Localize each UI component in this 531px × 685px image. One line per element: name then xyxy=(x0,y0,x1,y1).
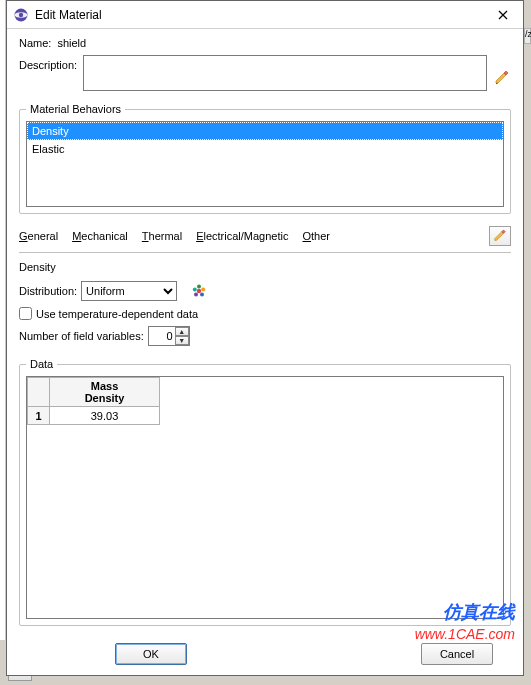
description-row: Description: xyxy=(19,55,511,91)
menu-thermal[interactable]: Thermal xyxy=(142,230,182,242)
svg-point-2 xyxy=(19,12,23,16)
titlebar: Edit Material xyxy=(7,1,523,29)
scalar-field-icon[interactable] xyxy=(191,283,207,299)
edit-description-button[interactable] xyxy=(493,69,511,87)
behaviors-list[interactable]: Density Elastic xyxy=(26,121,504,207)
table-corner xyxy=(28,378,50,407)
ok-button[interactable]: OK xyxy=(115,643,187,665)
distribution-row: Distribution: Uniform xyxy=(19,281,511,301)
distribution-label: Distribution: xyxy=(19,285,77,297)
menu-general[interactable]: General xyxy=(19,230,58,242)
svg-point-8 xyxy=(193,288,197,292)
dialog-content: Name: shield Description: Material Behav… xyxy=(7,29,523,634)
svg-point-6 xyxy=(200,293,204,297)
use-temperature-checkbox[interactable] xyxy=(19,307,32,320)
behavior-menubar: General Mechanical Thermal Electrical/Ma… xyxy=(19,222,511,253)
material-behaviors-group: Material Behaviors Density Elastic xyxy=(19,103,511,214)
row-index: 1 xyxy=(28,407,50,425)
menu-other[interactable]: Other xyxy=(302,230,330,242)
app-icon xyxy=(13,7,29,23)
material-behaviors-legend: Material Behaviors xyxy=(26,103,125,115)
num-field-vars-row: Number of field variables: ▲ ▼ xyxy=(19,326,511,346)
num-field-vars-label: Number of field variables: xyxy=(19,330,144,342)
name-label: Name: xyxy=(19,37,51,49)
data-group: Data MassDensity 1 39.03 xyxy=(19,358,511,626)
data-legend: Data xyxy=(26,358,57,370)
svg-point-4 xyxy=(197,285,201,289)
menu-electrical[interactable]: Electrical/Magnetic xyxy=(196,230,288,242)
dialog-edit-material: Edit Material Name: shield Description: … xyxy=(6,0,524,676)
spin-down[interactable]: ▼ xyxy=(175,336,189,345)
data-table-wrap[interactable]: MassDensity 1 39.03 xyxy=(26,376,504,619)
distribution-select[interactable]: Uniform xyxy=(81,281,177,301)
description-label: Description: xyxy=(19,55,77,71)
window-title: Edit Material xyxy=(35,8,484,22)
button-bar: OK Cancel xyxy=(7,634,523,675)
col-mass-density[interactable]: MassDensity xyxy=(50,378,160,407)
name-row: Name: shield xyxy=(19,37,511,49)
cancel-button[interactable]: Cancel xyxy=(421,643,493,665)
data-table: MassDensity 1 39.03 xyxy=(27,377,160,425)
svg-point-7 xyxy=(194,293,198,297)
delete-behavior-button[interactable] xyxy=(489,226,511,246)
menu-mechanical[interactable]: Mechanical xyxy=(72,230,128,242)
section-title: Density xyxy=(19,261,511,273)
name-value: shield xyxy=(57,37,86,49)
use-temperature-label: Use temperature-dependent data xyxy=(36,308,198,320)
description-input[interactable] xyxy=(83,55,487,91)
table-row[interactable]: 1 39.03 xyxy=(28,407,160,425)
use-temp-row: Use temperature-dependent data xyxy=(19,307,511,320)
behavior-item-density[interactable]: Density xyxy=(27,122,503,140)
svg-point-5 xyxy=(201,288,205,292)
close-button[interactable] xyxy=(484,2,522,28)
behavior-item-elastic[interactable]: Elastic xyxy=(27,140,503,158)
svg-point-3 xyxy=(197,289,201,293)
cell-mass-density[interactable]: 39.03 xyxy=(50,407,160,425)
spin-up[interactable]: ▲ xyxy=(175,327,189,336)
background-tab: /z xyxy=(524,28,531,44)
